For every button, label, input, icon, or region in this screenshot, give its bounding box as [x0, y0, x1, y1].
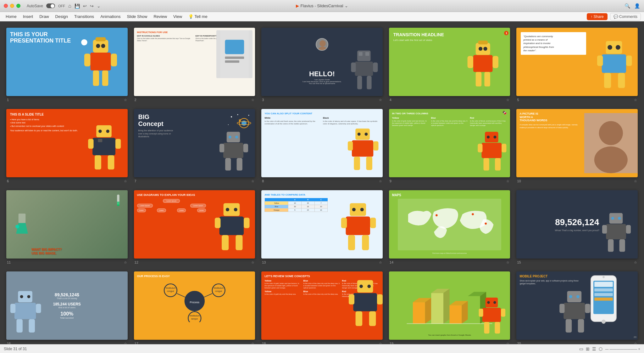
slide-star-19[interactable]: ☆ — [506, 342, 509, 344]
slide-star-10[interactable]: ☆ — [634, 179, 637, 183]
slide-num-3: 3 — [262, 98, 264, 102]
view-outline-icon[interactable]: ☰ — [592, 346, 596, 351]
slide-thumb-20[interactable]: MOBILE PROJECT Show and explain your web… — [516, 271, 638, 340]
svg-rect-115 — [626, 225, 631, 233]
menu-insert[interactable]: Insert — [20, 13, 36, 20]
search-icon[interactable]: 🔍 — [625, 3, 630, 9]
slide-thumb-4[interactable]: 1 TRANSITION HEADLINE Let's start with t… — [389, 28, 510, 96]
slide-star-12[interactable]: ☆ — [251, 260, 254, 265]
autosave-toggle[interactable] — [46, 3, 55, 8]
slide-star-4[interactable]: ☆ — [506, 98, 509, 102]
comments-button[interactable]: 💬 Comments — [610, 13, 641, 20]
slide17-header: OUR PROCESS IS EASY — [137, 275, 252, 278]
svg-rect-47 — [95, 155, 101, 169]
menu-home[interactable]: Home — [3, 13, 19, 20]
slide-thumb-14[interactable]: MAPS Find mor — [389, 190, 510, 259]
home-icon[interactable]: ⌂ — [68, 3, 71, 9]
view-normal-icon[interactable]: ▭ — [579, 346, 583, 351]
svg-rect-143 — [353, 293, 377, 311]
slide-thumb-9[interactable]: IN TWO OR THREE COLUMNS Yellow Is the co… — [389, 109, 510, 177]
more-icon[interactable]: ⌄ — [97, 3, 101, 9]
slide-thumb-13[interactable]: AND TABLES TO COMPARE DATA ABC Yellow102… — [261, 190, 383, 259]
slide-star-17[interactable]: ☆ — [251, 342, 254, 344]
view-grid-icon[interactable]: ⊞ — [586, 346, 590, 351]
slide-star-6[interactable]: ☆ — [124, 179, 127, 183]
menu-tellme[interactable]: 💡 Tell me — [186, 13, 210, 20]
svg-rect-63 — [243, 144, 248, 152]
slide-thumb-7[interactable]: BIGConcept Bring the attention of your a… — [134, 109, 255, 177]
menu-review[interactable]: Review — [151, 13, 169, 20]
slide-star-3[interactable]: ☆ — [379, 98, 382, 102]
slide-container-1: THIS IS YOUR PRESENTATION TITLE — [6, 28, 128, 103]
svg-rect-61 — [223, 143, 243, 158]
slides-area[interactable]: THIS IS YOUR PRESENTATION TITLE — [0, 21, 644, 344]
svg-marker-150 — [425, 298, 431, 324]
slide-meta-6: 6 ☆ — [6, 179, 128, 184]
slide-star-15[interactable]: ☆ — [634, 260, 637, 265]
slide-thumb-19[interactable]: You can insert graphs from Excel or Goog… — [389, 271, 510, 340]
fullscreen-button[interactable] — [16, 4, 20, 8]
view-presenter-icon[interactable]: ⬡ — [599, 346, 602, 351]
menu-draw[interactable]: Draw — [37, 13, 51, 20]
svg-point-108 — [472, 213, 474, 215]
toggle-state-label: OFF — [58, 4, 65, 8]
menu-transitions[interactable]: Transitions — [72, 13, 97, 20]
redo-icon[interactable]: ↪ — [90, 3, 94, 9]
menu-view[interactable]: View — [171, 13, 185, 20]
svg-rect-180 — [564, 303, 585, 319]
share-button[interactable]: ↑ Share — [587, 13, 607, 20]
slide-thumb-6[interactable]: THIS IS A SLIDE TITLE • Here you have a … — [6, 109, 128, 177]
slide-star-8[interactable]: ☆ — [379, 179, 382, 183]
slide-star-16[interactable]: ☆ — [124, 342, 127, 344]
slide-star-9[interactable]: ☆ — [506, 179, 509, 183]
slide-star-5[interactable]: ☆ — [634, 98, 637, 102]
slide-thumb-17[interactable]: OUR PROCESS IS EASY Process Vestibulum c… — [134, 271, 255, 340]
slide-star-2[interactable]: ☆ — [251, 98, 254, 102]
minimize-button[interactable] — [10, 4, 14, 8]
slide-star-13[interactable]: ☆ — [379, 260, 382, 265]
slide-thumb-11[interactable]: WANT BIG IMPACT?USE BIG IMAGE. — [6, 190, 128, 259]
slide8-col-white: White Is the color of milk and fresh sno… — [264, 117, 321, 125]
slide-thumb-16[interactable]: 89,526,124$ That's a lot of money 185,24… — [6, 271, 128, 340]
slide-num-10: 10 — [517, 179, 521, 183]
slide-thumb-2[interactable]: INSTRUCTIONS FOR USE EDIT IN GOOGLE SLID… — [134, 28, 255, 96]
close-button[interactable] — [4, 4, 8, 8]
save-icon[interactable]: 💾 — [75, 3, 80, 9]
svg-rect-13 — [225, 60, 239, 63]
svg-rect-124 — [16, 319, 23, 333]
menu-design[interactable]: Design — [53, 13, 70, 20]
slide-num-11: 11 — [7, 260, 11, 264]
menu-slideshow[interactable]: Slide Show — [124, 13, 150, 20]
slide-star-1[interactable]: ☆ — [124, 98, 127, 102]
menu-animations[interactable]: Animations — [98, 13, 123, 20]
svg-rect-121 — [14, 303, 36, 319]
slide-meta-12: 12 ☆ — [134, 260, 255, 265]
slide-star-11[interactable]: ☆ — [124, 260, 127, 265]
slide-container-6: THIS IS A SLIDE TITLE • Here you have a … — [6, 109, 128, 184]
account-icon[interactable]: 👤 — [634, 3, 640, 9]
slide-thumb-1[interactable]: THIS IS YOUR PRESENTATION TITLE — [6, 28, 128, 96]
slide-star-7[interactable]: ☆ — [251, 179, 254, 183]
slide-thumb-3[interactable]: HELLO! I am Jayden SmithI am here becaus… — [261, 28, 383, 96]
slide-thumb-8[interactable]: YOU CAN ALSO SPLIT YOUR CONTENT White Is… — [261, 109, 383, 177]
slide-star-18[interactable]: ☆ — [379, 342, 382, 344]
slide-meta-20: 20 ☆ — [516, 341, 638, 344]
slide-thumb-12[interactable]: USE DIAGRAMS TO EXPLAIN YOUR IDEAS Lorem… — [134, 190, 255, 259]
slide-container-17: OUR PROCESS IS EASY Process Vestibulum c… — [134, 271, 255, 344]
slide-num-6: 6 — [7, 179, 9, 183]
slide-num-15: 15 — [517, 260, 521, 264]
slide-meta-4: 4 ☆ — [389, 97, 510, 103]
slide-thumb-15[interactable]: 89,526,124 Whoa! That's a big number, ar… — [516, 190, 638, 259]
svg-rect-114 — [602, 225, 607, 233]
svg-point-43 — [106, 130, 109, 133]
slide14-header: MAPS — [392, 193, 507, 197]
slide-star-20[interactable]: ☆ — [634, 342, 637, 344]
slide-thumb-5[interactable]: "Quotations are commonly printed as a me… — [516, 28, 638, 96]
svg-point-53 — [231, 116, 232, 117]
slide-thumb-18[interactable]: LET'S REVIEW SOME CONCEPTS Yellow Is the… — [261, 271, 383, 340]
undo-icon[interactable]: ↩ — [83, 3, 87, 9]
slide-star-14[interactable]: ☆ — [506, 260, 509, 265]
zoom-slider-area[interactable]: — ———————— + — [605, 347, 640, 351]
svg-rect-73 — [366, 157, 373, 170]
slide-thumb-10[interactable]: A PICTURE IS WORTH A THOUSAND WORDS A co… — [516, 109, 638, 177]
